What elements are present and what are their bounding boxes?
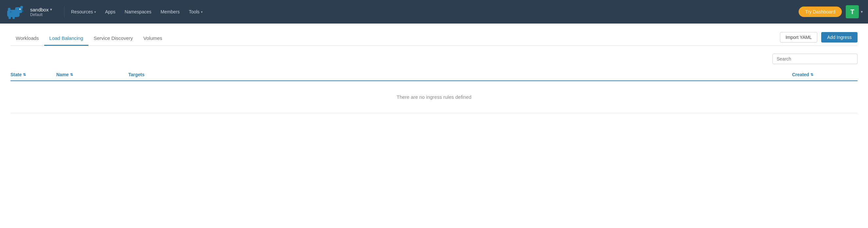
nav-divider	[64, 6, 64, 18]
name-sort-icon: ⇅	[70, 73, 73, 77]
user-avatar[interactable]: T	[846, 5, 859, 18]
svg-rect-5	[22, 10, 24, 12]
brand-sub: Default	[30, 12, 59, 17]
nav-links: Resources ▾ Apps Namespaces Members Tool…	[67, 6, 799, 17]
search-row	[10, 54, 858, 64]
col-header-state[interactable]: State ⇅	[10, 72, 56, 77]
nav-resources[interactable]: Resources ▾	[67, 6, 100, 17]
try-dashboard-button[interactable]: Try Dashboard	[799, 6, 842, 17]
add-ingress-button[interactable]: Add Ingress	[821, 32, 858, 42]
brand-info[interactable]: sandbox ▾ Default	[29, 7, 62, 17]
col-header-created[interactable]: Created ⇅	[792, 72, 858, 77]
ingress-table: State ⇅ Name ⇅ Targets Created ⇅ There a…	[10, 69, 858, 113]
search-input[interactable]	[772, 54, 858, 64]
subtabs-actions: Import YAML Add Ingress	[780, 32, 858, 45]
nav-tools[interactable]: Tools ▾	[185, 6, 207, 17]
logo-icon	[5, 4, 26, 20]
logo[interactable]	[5, 4, 26, 20]
nav-namespaces[interactable]: Namespaces	[121, 6, 155, 17]
table-header: State ⇅ Name ⇅ Targets Created ⇅	[10, 69, 858, 81]
svg-rect-3	[20, 6, 23, 8]
brand-name: sandbox	[30, 7, 49, 12]
tools-dropdown-icon: ▾	[201, 10, 203, 14]
main-content: Workloads Load Balancing Service Discove…	[0, 24, 868, 113]
col-header-targets[interactable]: Targets	[128, 72, 792, 77]
brand-dropdown-icon[interactable]: ▾	[50, 7, 52, 12]
created-sort-icon: ⇅	[810, 73, 813, 77]
nav-members[interactable]: Members	[157, 6, 184, 17]
subtabs-bar: Workloads Load Balancing Service Discove…	[10, 24, 858, 46]
svg-rect-2	[8, 8, 10, 10]
svg-rect-7	[12, 16, 15, 19]
col-header-name[interactable]: Name ⇅	[56, 72, 128, 77]
topnav-right: Try Dashboard T ▾	[799, 5, 863, 18]
import-yaml-button[interactable]: Import YAML	[780, 32, 817, 42]
state-sort-icon: ⇅	[23, 73, 26, 77]
svg-rect-6	[8, 16, 11, 19]
tab-service-discovery[interactable]: Service Discovery	[88, 31, 138, 46]
tab-volumes[interactable]: Volumes	[138, 31, 167, 46]
tab-load-balancing[interactable]: Load Balancing	[44, 31, 88, 46]
tab-workloads[interactable]: Workloads	[10, 31, 44, 46]
svg-rect-8	[10, 11, 11, 13]
nav-apps[interactable]: Apps	[101, 6, 120, 17]
topnav: sandbox ▾ Default Resources ▾ Apps Names…	[0, 0, 868, 24]
empty-state-message: There are no ingress rules defined	[10, 81, 858, 113]
svg-point-4	[19, 8, 21, 10]
user-menu-dropdown-icon[interactable]: ▾	[861, 9, 863, 14]
resources-dropdown-icon: ▾	[94, 10, 96, 14]
